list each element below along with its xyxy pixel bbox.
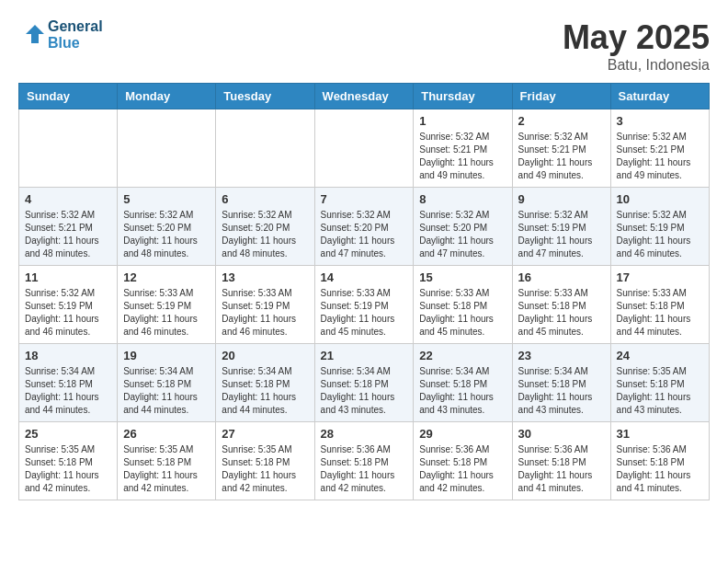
calendar-cell (19, 109, 118, 188)
weekday-header-row: SundayMondayTuesdayWednesdayThursdayFrid… (19, 84, 710, 109)
location: Batu, Indonesia (563, 57, 710, 74)
day-info: Sunrise: 5:32 AM Sunset: 5:19 PM Dayligh… (518, 209, 605, 260)
calendar-cell: 6Sunrise: 5:32 AM Sunset: 5:20 PM Daylig… (216, 188, 314, 266)
weekday-header-friday: Friday (512, 84, 610, 109)
calendar-cell: 1Sunrise: 5:32 AM Sunset: 5:21 PM Daylig… (414, 109, 512, 188)
day-number: 24 (617, 349, 703, 362)
day-number: 12 (123, 270, 210, 284)
calendar-table: SundayMondayTuesdayWednesdayThursdayFrid… (18, 83, 710, 500)
day-info: Sunrise: 5:32 AM Sunset: 5:21 PM Dayligh… (25, 209, 111, 260)
weekday-header-saturday: Saturday (610, 84, 709, 109)
calendar-cell (314, 109, 414, 188)
day-info: Sunrise: 5:35 AM Sunset: 5:18 PM Dayligh… (123, 443, 210, 495)
day-number: 20 (222, 349, 308, 362)
day-number: 8 (419, 192, 506, 206)
calendar-cell: 15Sunrise: 5:33 AM Sunset: 5:18 PM Dayli… (414, 266, 512, 344)
day-number: 26 (123, 427, 210, 441)
day-info: Sunrise: 5:32 AM Sunset: 5:20 PM Dayligh… (123, 209, 210, 260)
calendar-cell: 21Sunrise: 5:34 AM Sunset: 5:18 PM Dayli… (314, 344, 414, 422)
calendar-cell: 13Sunrise: 5:33 AM Sunset: 5:19 PM Dayli… (216, 266, 314, 344)
day-info: Sunrise: 5:34 AM Sunset: 5:18 PM Dayligh… (25, 365, 111, 417)
page-header: General Blue May 2025 Batu, Indonesia (18, 18, 710, 74)
day-info: Sunrise: 5:36 AM Sunset: 5:18 PM Dayligh… (617, 443, 703, 495)
weekday-header-tuesday: Tuesday (216, 84, 314, 109)
calendar-cell: 10Sunrise: 5:32 AM Sunset: 5:19 PM Dayli… (610, 188, 709, 266)
calendar-cell: 30Sunrise: 5:36 AM Sunset: 5:18 PM Dayli… (512, 422, 610, 500)
calendar-cell: 27Sunrise: 5:35 AM Sunset: 5:18 PM Dayli… (216, 422, 314, 500)
day-info: Sunrise: 5:36 AM Sunset: 5:18 PM Dayligh… (518, 443, 605, 495)
week-row-4: 18Sunrise: 5:34 AM Sunset: 5:18 PM Dayli… (19, 344, 710, 422)
day-info: Sunrise: 5:34 AM Sunset: 5:18 PM Dayligh… (321, 365, 408, 417)
calendar-cell: 17Sunrise: 5:33 AM Sunset: 5:18 PM Dayli… (610, 266, 709, 344)
calendar-cell: 31Sunrise: 5:36 AM Sunset: 5:18 PM Dayli… (610, 422, 709, 500)
day-number: 21 (321, 349, 408, 362)
calendar-cell: 19Sunrise: 5:34 AM Sunset: 5:18 PM Dayli… (118, 344, 216, 422)
month-title: May 2025 (563, 18, 710, 57)
day-number: 13 (222, 270, 308, 284)
calendar-cell: 12Sunrise: 5:33 AM Sunset: 5:19 PM Dayli… (118, 266, 216, 344)
week-row-2: 4Sunrise: 5:32 AM Sunset: 5:21 PM Daylig… (19, 188, 710, 266)
day-number: 7 (321, 192, 408, 206)
weekday-header-wednesday: Wednesday (314, 84, 414, 109)
day-info: Sunrise: 5:32 AM Sunset: 5:21 PM Dayligh… (518, 131, 605, 182)
day-number: 6 (222, 192, 308, 206)
day-number: 15 (419, 270, 506, 284)
day-info: Sunrise: 5:34 AM Sunset: 5:18 PM Dayligh… (419, 365, 506, 417)
day-info: Sunrise: 5:34 AM Sunset: 5:18 PM Dayligh… (222, 365, 308, 417)
logo-text-blue: Blue (48, 35, 103, 52)
calendar-cell: 22Sunrise: 5:34 AM Sunset: 5:18 PM Dayli… (414, 344, 512, 422)
calendar-cell: 2Sunrise: 5:32 AM Sunset: 5:21 PM Daylig… (512, 109, 610, 188)
calendar-cell: 7Sunrise: 5:32 AM Sunset: 5:20 PM Daylig… (314, 188, 414, 266)
week-row-1: 1Sunrise: 5:32 AM Sunset: 5:21 PM Daylig… (19, 109, 710, 188)
calendar-cell: 24Sunrise: 5:35 AM Sunset: 5:18 PM Dayli… (610, 344, 709, 422)
day-number: 16 (518, 270, 605, 284)
day-info: Sunrise: 5:33 AM Sunset: 5:18 PM Dayligh… (518, 287, 605, 339)
calendar-cell: 14Sunrise: 5:33 AM Sunset: 5:19 PM Dayli… (314, 266, 414, 344)
day-number: 10 (617, 192, 703, 206)
day-number: 9 (518, 192, 605, 206)
day-info: Sunrise: 5:32 AM Sunset: 5:19 PM Dayligh… (25, 287, 111, 339)
day-info: Sunrise: 5:32 AM Sunset: 5:19 PM Dayligh… (617, 209, 703, 260)
day-info: Sunrise: 5:35 AM Sunset: 5:18 PM Dayligh… (617, 365, 703, 417)
logo: General Blue (18, 18, 103, 51)
day-number: 29 (419, 427, 506, 441)
day-info: Sunrise: 5:36 AM Sunset: 5:18 PM Dayligh… (321, 443, 408, 495)
day-number: 22 (419, 349, 506, 362)
calendar-cell: 25Sunrise: 5:35 AM Sunset: 5:18 PM Dayli… (19, 422, 118, 500)
calendar-cell (216, 109, 314, 188)
logo-bird-icon (18, 21, 46, 49)
day-info: Sunrise: 5:34 AM Sunset: 5:18 PM Dayligh… (518, 365, 605, 417)
calendar-cell: 28Sunrise: 5:36 AM Sunset: 5:18 PM Dayli… (314, 422, 414, 500)
day-info: Sunrise: 5:35 AM Sunset: 5:18 PM Dayligh… (25, 443, 111, 495)
day-info: Sunrise: 5:33 AM Sunset: 5:19 PM Dayligh… (123, 287, 210, 339)
day-info: Sunrise: 5:32 AM Sunset: 5:21 PM Dayligh… (419, 131, 506, 182)
week-row-5: 25Sunrise: 5:35 AM Sunset: 5:18 PM Dayli… (19, 422, 710, 500)
day-info: Sunrise: 5:35 AM Sunset: 5:18 PM Dayligh… (222, 443, 308, 495)
calendar-cell: 18Sunrise: 5:34 AM Sunset: 5:18 PM Dayli… (19, 344, 118, 422)
day-number: 18 (25, 349, 111, 362)
calendar-cell: 5Sunrise: 5:32 AM Sunset: 5:20 PM Daylig… (118, 188, 216, 266)
svg-marker-0 (26, 25, 44, 43)
calendar-cell: 23Sunrise: 5:34 AM Sunset: 5:18 PM Dayli… (512, 344, 610, 422)
day-number: 5 (123, 192, 210, 206)
weekday-header-thursday: Thursday (414, 84, 512, 109)
day-info: Sunrise: 5:32 AM Sunset: 5:21 PM Dayligh… (617, 131, 703, 182)
day-info: Sunrise: 5:33 AM Sunset: 5:19 PM Dayligh… (222, 287, 308, 339)
day-number: 17 (617, 270, 703, 284)
day-number: 2 (518, 114, 605, 128)
day-number: 3 (617, 114, 703, 128)
day-info: Sunrise: 5:32 AM Sunset: 5:20 PM Dayligh… (222, 209, 308, 260)
day-number: 28 (321, 427, 408, 441)
calendar-cell: 11Sunrise: 5:32 AM Sunset: 5:19 PM Dayli… (19, 266, 118, 344)
weekday-header-sunday: Sunday (19, 84, 118, 109)
day-number: 25 (25, 427, 111, 441)
day-number: 31 (617, 427, 703, 441)
day-info: Sunrise: 5:36 AM Sunset: 5:18 PM Dayligh… (419, 443, 506, 495)
day-number: 4 (25, 192, 111, 206)
calendar-cell: 20Sunrise: 5:34 AM Sunset: 5:18 PM Dayli… (216, 344, 314, 422)
day-number: 19 (123, 349, 210, 362)
calendar-cell: 16Sunrise: 5:33 AM Sunset: 5:18 PM Dayli… (512, 266, 610, 344)
calendar-cell (118, 109, 216, 188)
calendar-cell: 8Sunrise: 5:32 AM Sunset: 5:20 PM Daylig… (414, 188, 512, 266)
calendar-cell: 29Sunrise: 5:36 AM Sunset: 5:18 PM Dayli… (414, 422, 512, 500)
